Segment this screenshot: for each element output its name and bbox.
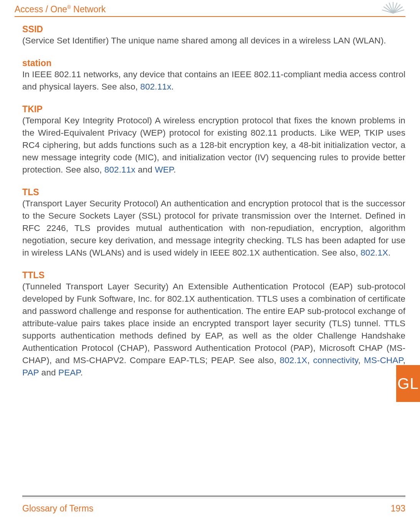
text: . xyxy=(80,368,83,377)
text: , xyxy=(403,355,405,365)
glossary-link[interactable]: PAP xyxy=(22,368,39,377)
footer-title: Glossary of Terms xyxy=(22,503,93,514)
glossary-link[interactable]: 802.11x xyxy=(140,82,171,91)
term-ttls: TTLS (Tunneled Transport Layer Security)… xyxy=(22,270,405,379)
term-tls: TLS (Transport Layer Security Protocol) … xyxy=(22,187,405,259)
term-body: In IEEE 802.11 networks, any device that… xyxy=(22,68,405,93)
text: and xyxy=(135,165,155,174)
text: (Tunneled Transport Layer Security) An E… xyxy=(22,282,405,365)
footer-rule-light xyxy=(22,498,405,498)
fan-logo-icon xyxy=(382,2,405,15)
text: . xyxy=(174,165,176,174)
term-head: SSID xyxy=(22,24,405,35)
term-head: TTLS xyxy=(22,270,405,281)
brand-pre: Access / One xyxy=(15,4,67,14)
text: , xyxy=(307,355,313,365)
text: , xyxy=(358,355,364,365)
glossary-link[interactable]: PEAP xyxy=(58,368,81,377)
term-station: station In IEEE 802.11 networks, any dev… xyxy=(22,58,405,93)
text: In IEEE 802.11 networks, any device that… xyxy=(22,70,405,91)
term-head: TLS xyxy=(22,187,405,198)
page-number: 193 xyxy=(391,503,405,514)
page-footer: Glossary of Terms 193 xyxy=(15,496,405,514)
term-ssid: SSID (Service Set Identifier) The unique… xyxy=(22,24,405,47)
text: . xyxy=(388,248,390,257)
brand-registered: ® xyxy=(67,4,71,10)
term-head: TKIP xyxy=(22,104,405,115)
glossary-link[interactable]: MS-CHAP xyxy=(364,355,403,365)
text: . xyxy=(171,82,174,91)
brand-post: Network xyxy=(71,4,106,14)
footer-rule-dark xyxy=(22,496,405,496)
brand-title: Access / One® Network xyxy=(15,2,106,15)
page: Access / One® Network SSID xyxy=(0,1,420,523)
section-tab-gl: GL xyxy=(396,365,420,402)
glossary-link[interactable]: 802.11x xyxy=(105,165,136,174)
glossary-link[interactable]: 802.1X xyxy=(360,248,388,257)
glossary-link[interactable]: 802.1X xyxy=(280,355,307,365)
text: (Temporal Key Integrity Protocol) A wire… xyxy=(22,116,405,174)
text: (Transport Layer Security Protocol) An a… xyxy=(22,199,405,257)
term-body: (Temporal Key Integrity Protocol) A wire… xyxy=(22,115,405,176)
page-header: Access / One® Network xyxy=(0,1,420,15)
glossary-link[interactable]: WEP xyxy=(155,165,174,174)
text: and xyxy=(39,368,58,377)
term-body: (Transport Layer Security Protocol) An a… xyxy=(22,198,405,259)
term-body: (Service Set Identifier) The unique name… xyxy=(22,35,405,47)
term-tkip: TKIP (Temporal Key Integrity Protocol) A… xyxy=(22,104,405,176)
glossary-link[interactable]: connectivity xyxy=(313,355,358,365)
term-head: station xyxy=(22,58,405,68)
content-area: SSID (Service Set Identifier) The unique… xyxy=(0,17,420,379)
section-tab-label: GL xyxy=(397,375,418,392)
term-body: (Tunneled Transport Layer Security) An E… xyxy=(22,281,405,379)
footer-row: Glossary of Terms 193 xyxy=(15,503,405,514)
